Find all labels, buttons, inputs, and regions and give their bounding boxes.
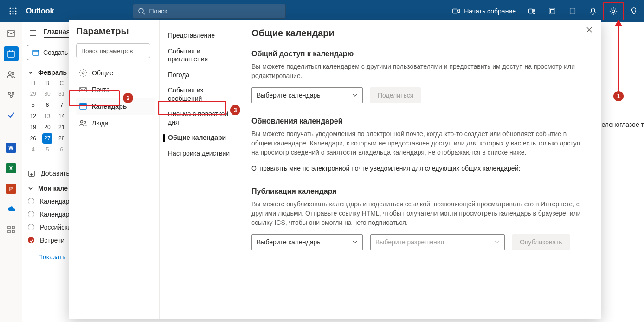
- teams-icon[interactable]: [522, 0, 542, 22]
- calendar-rail-icon[interactable]: [4, 46, 19, 61]
- bell-icon[interactable]: [583, 0, 603, 22]
- search-input[interactable]: Поиск: [133, 4, 286, 19]
- section-description: Вы можете опубликовать календарь и подел…: [251, 199, 588, 228]
- section-heading: Общий доступ к календарю: [251, 50, 588, 58]
- todo-rail-icon[interactable]: [4, 108, 19, 123]
- settings-nav-people[interactable]: Люди: [76, 115, 155, 131]
- svg-point-49: [84, 121, 86, 123]
- svg-point-5: [15, 11, 17, 12]
- my-calendars-label: Мои кале: [38, 184, 68, 192]
- svg-point-7: [13, 13, 14, 15]
- settings-search-input[interactable]: Поиск параметров: [76, 43, 150, 58]
- svg-point-24: [8, 72, 11, 74]
- svg-point-27: [12, 92, 13, 94]
- settings-nav-secondary: Представление События и приглашения Пого…: [160, 20, 242, 319]
- annotation-box-1: [603, 2, 624, 20]
- svg-rect-16: [570, 8, 575, 14]
- chevron-down-icon: [28, 70, 33, 75]
- mail-icon: [79, 85, 87, 94]
- select-calendar-dropdown[interactable]: Выберите календарь: [251, 87, 363, 103]
- hamburger-icon[interactable]: [29, 29, 37, 37]
- more-apps-icon[interactable]: [4, 222, 19, 237]
- svg-rect-36: [33, 50, 39, 55]
- add-calendar-label: Добавить: [41, 170, 70, 177]
- publish-calendar-section: Публикация календаря Вы можете опубликов…: [251, 187, 588, 250]
- svg-point-48: [81, 121, 83, 123]
- svg-point-9: [139, 8, 143, 13]
- mail-rail-icon[interactable]: [4, 26, 19, 41]
- gear-icon[interactable]: [609, 7, 618, 15]
- tab-home[interactable]: Главная: [44, 28, 70, 38]
- close-button[interactable]: [586, 26, 593, 35]
- search-placeholder: Поиск: [149, 7, 167, 15]
- svg-rect-20: [8, 51, 14, 57]
- svg-rect-29: [8, 226, 10, 229]
- section-heading: Публикация календаря: [251, 187, 588, 196]
- tips-icon[interactable]: [624, 0, 644, 22]
- publish-button[interactable]: Опубликовать: [512, 234, 570, 250]
- chevron-down-icon: [352, 92, 358, 98]
- brand-label: Outlook: [26, 7, 54, 15]
- close-icon: [586, 26, 593, 33]
- svg-line-10: [143, 13, 145, 14]
- settings-sub-view[interactable]: Представление: [160, 28, 242, 44]
- select-permissions-dropdown[interactable]: Выберите разрешения: [370, 234, 505, 250]
- notes-icon[interactable]: [562, 0, 583, 22]
- svg-point-0: [10, 8, 11, 9]
- svg-point-8: [15, 13, 17, 15]
- svg-rect-12: [529, 9, 533, 13]
- svg-point-28: [10, 95, 12, 97]
- groups-rail-icon[interactable]: [4, 87, 19, 102]
- settings-sub-weather[interactable]: Погода: [160, 67, 242, 83]
- addin-icon[interactable]: [542, 0, 562, 22]
- settings-search-placeholder: Поиск параметров: [81, 47, 133, 54]
- gear-icon: [79, 69, 87, 77]
- svg-rect-15: [550, 9, 554, 13]
- settings-nav-general[interactable]: Общие: [76, 65, 155, 81]
- svg-rect-19: [7, 31, 15, 36]
- section-heading: Обновления календарей: [251, 117, 588, 125]
- share-calendar-section: Общий доступ к календарю Вы можете подел…: [251, 50, 588, 103]
- svg-point-6: [10, 13, 11, 15]
- settings-content: Общие календари Общий доступ к календарю…: [242, 20, 601, 319]
- excel-app-icon[interactable]: X: [4, 161, 19, 176]
- settings-sub-events-from-msg[interactable]: События из сообщений: [160, 83, 242, 106]
- section-description: Вы можете получать уведомления по электр…: [251, 129, 588, 158]
- select-calendar-dropdown[interactable]: Выберите календарь: [251, 234, 363, 250]
- svg-rect-44: [80, 87, 86, 92]
- start-meeting-label: Начать собрание: [464, 7, 516, 15]
- svg-rect-11: [453, 9, 457, 13]
- settings-dialog: Параметры Поиск параметров Общие Почта К…: [69, 20, 601, 319]
- settings-nav-primary: Параметры Поиск параметров Общие Почта К…: [69, 20, 160, 319]
- svg-point-26: [8, 92, 10, 94]
- start-meeting-button[interactable]: Начать собрание: [446, 0, 522, 22]
- chevron-down-icon: [494, 239, 500, 245]
- svg-point-43: [82, 72, 84, 74]
- background-text-fragment: еленоглазое т: [601, 121, 644, 128]
- svg-point-1: [13, 8, 14, 9]
- settings-sub-agenda-mail[interactable]: Письма с повесткой дня: [160, 106, 242, 130]
- calendar-add-icon: [28, 170, 35, 177]
- left-rail: W X P: [0, 22, 22, 322]
- settings-nav-calendar[interactable]: Календарь: [76, 98, 155, 115]
- svg-rect-31: [8, 230, 10, 233]
- powerpoint-app-icon[interactable]: P: [4, 181, 19, 196]
- onedrive-app-icon[interactable]: [4, 202, 19, 217]
- svg-point-4: [13, 11, 14, 12]
- svg-point-2: [15, 8, 17, 9]
- content-title: Общие календари: [251, 28, 588, 39]
- calendar-updates-section: Обновления календарей Вы можете получать…: [251, 117, 588, 173]
- app-launcher-button[interactable]: [2, 0, 24, 22]
- word-app-icon[interactable]: W: [4, 140, 19, 155]
- people-rail-icon[interactable]: [4, 67, 19, 82]
- settings-nav-mail[interactable]: Почта: [76, 81, 155, 98]
- svg-point-3: [10, 11, 11, 12]
- share-button[interactable]: Поделиться: [370, 87, 421, 103]
- calendar-plus-icon: [32, 49, 39, 56]
- settings-sub-actions[interactable]: Настройка действий: [160, 146, 242, 162]
- settings-sub-shared-calendars[interactable]: Общие календари: [160, 130, 242, 146]
- svg-point-17: [612, 10, 614, 12]
- settings-sub-events[interactable]: События и приглашения: [160, 44, 242, 67]
- people-icon: [79, 119, 87, 127]
- top-bar: Outlook Поиск Начать собрание: [0, 0, 644, 22]
